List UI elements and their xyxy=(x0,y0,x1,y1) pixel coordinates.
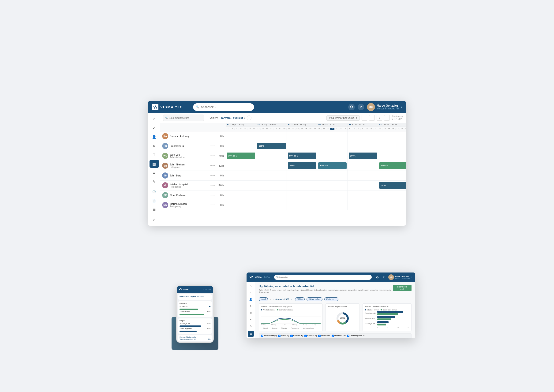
sidebar-item-home[interactable]: ⌂ xyxy=(149,115,159,123)
cb-debitmål-input[interactable] xyxy=(347,335,349,337)
cb-resultat-input[interactable] xyxy=(304,335,307,337)
day-label: 20 xyxy=(282,128,287,130)
day-labels: 567891011 xyxy=(348,126,378,131)
day-label: 16 xyxy=(265,128,269,130)
settings-icon[interactable]: ⚙ xyxy=(348,104,355,110)
calendar-cell xyxy=(287,132,317,141)
emp-chevron-btn[interactable]: ▾ xyxy=(210,204,212,206)
sidebar-item-list[interactable]: ≡ xyxy=(149,169,159,177)
cb-debiterbar-input[interactable] xyxy=(332,335,334,337)
second-sidebar-list[interactable]: ≡ xyxy=(248,316,254,322)
second-search[interactable]: 🔍 xyxy=(274,275,372,280)
cb-fakturera-input[interactable] xyxy=(261,335,263,337)
phone-frånvaro: Frånvaro Sjuk in-dect▶ Administration2,0… xyxy=(178,301,212,317)
sidebar-item-edit[interactable]: ✎ xyxy=(149,178,159,186)
emp-hours: 40 h xyxy=(217,154,224,157)
day-label: 11 xyxy=(374,128,378,130)
sidebar-item-person[interactable]: 👤 xyxy=(149,133,159,141)
info-icon[interactable]: i xyxy=(247,116,252,120)
search-employees-input[interactable] xyxy=(169,116,202,119)
help-icon[interactable]: ? xyxy=(358,104,364,110)
employee-row[interactable]: JN John Nielsen Fotografer ▾ ••• 32 h xyxy=(160,161,226,171)
employee-row[interactable]: KL Kristin Lindqvist Redigering ▾ ••• 12… xyxy=(160,181,226,190)
calendar-cell: 40%-24 h xyxy=(317,161,348,171)
second-user[interactable]: MG Marco Gonzalez Marcos Filmbolag AB ▾ xyxy=(388,274,413,280)
second-sidebar-home[interactable]: ⌂ xyxy=(248,283,254,289)
cb-debitmål[interactable]: Debiteringsmål % xyxy=(347,335,365,337)
zoom-out-btn[interactable]: − xyxy=(362,115,367,121)
user-avatar: MG xyxy=(367,103,375,111)
emp-chevron-btn[interactable]: ▾ xyxy=(210,155,212,157)
filter-period-next[interactable]: › xyxy=(291,298,292,300)
filter-arrow: ▾ xyxy=(270,298,271,300)
employee-row[interactable]: MN Marina Nilsson Redigering ▾ ••• 0 h xyxy=(160,200,226,210)
search-bar[interactable]: 🔍 xyxy=(193,103,254,111)
employee-row[interactable]: FB Fredrik Berg ▾ ••• 0 h xyxy=(160,141,226,151)
prev-btn[interactable]: ‹ xyxy=(377,115,382,121)
cb-internt[interactable]: Internt (h) xyxy=(278,335,289,337)
sidebar-item-file[interactable]: 📄 xyxy=(149,196,159,204)
emp-dots-btn[interactable]: ••• xyxy=(213,194,215,196)
save-template-btn[interactable]: Spara som mall xyxy=(393,285,412,291)
cb-arbh[interactable]: Arbetad tid xyxy=(318,335,330,337)
search-input[interactable] xyxy=(201,105,251,109)
sidebar-item-bar[interactable]: ▦ xyxy=(149,206,159,214)
employee-row[interactable]: JB John Berg ▾ ••• 0 h xyxy=(160,171,226,181)
cb-kostnad-input[interactable] xyxy=(290,335,293,337)
search-employees-bar[interactable]: 🔍 xyxy=(163,115,204,121)
view-dropdown[interactable]: Frånvaro - översikt ▾ xyxy=(220,116,245,119)
sidebar-item-calendar[interactable]: ▦ xyxy=(149,160,159,168)
emp-chevron-btn[interactable]: ▾ xyxy=(210,174,212,177)
sub-header: 🔍 Vald vy Frånvaro - översikt ▾ i xyxy=(160,113,406,123)
emp-chevron-btn[interactable]: ▾ xyxy=(210,184,212,187)
filter-period[interactable]: ‹ xyxy=(273,298,273,300)
sidebar-item-check[interactable]: ✓ xyxy=(149,124,159,132)
day-label: 15 xyxy=(261,128,265,130)
employee-row[interactable]: WL Wen Lee Administration ▾ ••• 40 h xyxy=(160,151,226,161)
emp-chevron-btn[interactable]: ▾ xyxy=(210,135,212,138)
second-help[interactable]: ? xyxy=(383,275,385,279)
bar-label-2: Hälsovård AB xyxy=(365,317,376,319)
sidebar-item-share[interactable]: ⇄ xyxy=(149,216,159,224)
cb-kostnad[interactable]: Kostnad (h) xyxy=(290,335,303,337)
cb-fakturera[interactable]: Att fakturera (h) xyxy=(261,335,277,337)
second-sidebar-person[interactable]: 👤 xyxy=(248,297,254,302)
employee-row[interactable]: EK Ekim Karlsson ▾ ••• 0 h xyxy=(160,190,226,200)
view-value: Frånvaro - översikt xyxy=(220,116,243,119)
filter-kund[interactable]: Kund xyxy=(259,297,268,301)
second-sidebar-grid[interactable]: ⊞ xyxy=(248,310,254,316)
emp-dots-btn[interactable]: ••• xyxy=(213,155,215,157)
cb-arbh-input[interactable] xyxy=(318,335,321,337)
sidebar-item-dollar[interactable]: $ xyxy=(149,142,159,150)
second-sidebar-edit[interactable]: ✎ xyxy=(248,323,254,329)
zoom-in-btn[interactable]: + xyxy=(369,115,375,121)
sidebar-item-clock[interactable]: 🕐 xyxy=(149,188,159,196)
second-gear[interactable]: ⚙ xyxy=(376,275,379,279)
sidebar-item-grid[interactable]: ⊞ xyxy=(149,151,159,159)
cb-resultat[interactable]: Resultat (h) xyxy=(304,335,317,337)
emp-dots-btn[interactable]: ••• xyxy=(213,204,215,206)
emp-dots-btn[interactable]: ••• xyxy=(213,174,215,177)
filter-miljan[interactable]: Miljän xyxy=(295,297,305,301)
day-label: 13 xyxy=(382,128,387,130)
emp-chevron-btn[interactable]: ▾ xyxy=(210,145,212,147)
filter-aktiva[interactable]: Aktiva enhet xyxy=(307,297,323,301)
emp-chevron-btn[interactable]: ▾ xyxy=(210,164,212,167)
emp-chevron-btn[interactable]: ▾ xyxy=(210,194,212,196)
week-display[interactable]: Visa timmar per vecka ▾ xyxy=(326,115,360,121)
emp-dots-btn[interactable]: ••• xyxy=(213,145,215,147)
cb-debiterbar[interactable]: Debiterbar tid xyxy=(332,335,346,337)
second-search-input[interactable] xyxy=(278,276,370,278)
second-sidebar-check[interactable]: ✓ xyxy=(248,290,254,296)
emp-dots-btn[interactable]: ••• xyxy=(213,184,215,187)
second-sidebar-active[interactable]: ▦ xyxy=(248,331,254,337)
emp-dots-btn[interactable]: ••• xyxy=(213,164,215,167)
day-label: 6 xyxy=(352,128,356,130)
next-btn[interactable]: › xyxy=(384,115,390,121)
cb-internt-input[interactable] xyxy=(278,335,281,337)
employee-row[interactable]: RA Ramesh Anthony ▾ ••• 0 h xyxy=(160,132,226,141)
user-menu[interactable]: MG Marco Gonzalez Marcos Filmbolag AB ▾ xyxy=(367,103,402,111)
second-sidebar-dollar[interactable]: $ xyxy=(248,303,254,309)
emp-dots-btn[interactable]: ••• xyxy=(213,135,215,137)
filter-foljups[interactable]: Foljups-rid xyxy=(324,297,338,301)
